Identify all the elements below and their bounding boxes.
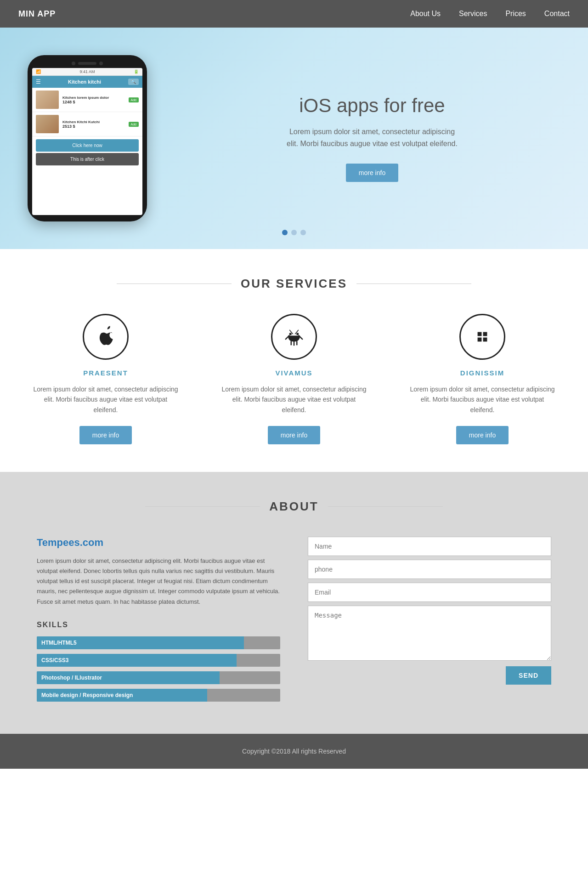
- service-card-2: VIVAMUS Lorem ipsum dolor sit amet, cons…: [220, 314, 368, 444]
- svg-rect-9: [478, 332, 482, 336]
- footer: Copyright ©2018 All rights Reserved: [0, 734, 588, 769]
- service-card-1: PRAESENT Lorem ipsum dolor sit amet, con…: [32, 314, 179, 444]
- hero-dots: [282, 230, 306, 235]
- footer-text: Copyright ©2018 All rights Reserved: [242, 748, 346, 755]
- svg-rect-12: [483, 338, 487, 342]
- navbar: MIN APP About Us Services Prices Contact: [0, 0, 588, 28]
- apple-icon: [83, 314, 129, 360]
- screen-item-title-1: Kitchen lorem ipsum dolor: [62, 96, 125, 100]
- hero-dot-2[interactable]: [291, 230, 297, 235]
- about-title-line-right: [328, 506, 443, 507]
- windows-icon: [459, 314, 505, 360]
- svg-rect-10: [483, 332, 487, 336]
- hero-dot-1[interactable]: [282, 230, 288, 235]
- nav-contact[interactable]: Contact: [544, 10, 570, 18]
- service-name-3: DIGNISSIM: [409, 369, 556, 377]
- about-section: ABOUT Tempees.com Lorem ipsum dolor sit …: [0, 472, 588, 733]
- service-desc-3: Lorem ipsum dolor sit amet, consectetur …: [409, 384, 556, 415]
- hero-section: 📶 9:41 AM 🔋 ☰ Kitchen kitchi 🔍 Kitchen l…: [0, 28, 588, 249]
- about-description: Lorem ipsum dolor sit amet, consectetur …: [37, 556, 280, 607]
- about-right: SEND: [308, 537, 551, 706]
- nav-links: About Us Services Prices Contact: [410, 10, 570, 18]
- form-send-button[interactable]: SEND: [506, 666, 551, 685]
- skill-label-2: CSS/CSS3: [41, 657, 68, 663]
- service-card-3: DIGNISSIM Lorem ipsum dolor sit amet, co…: [409, 314, 556, 444]
- hero-more-info-button[interactable]: more info: [346, 164, 398, 182]
- skill-label-3: Photoshop / ILlustrator: [41, 675, 102, 681]
- about-title-row: ABOUT: [37, 499, 551, 514]
- android-icon: [271, 314, 317, 360]
- hero-text: Lorem ipsum dolor sit amet, consectetur …: [285, 126, 459, 149]
- skill-bar-1: HTML/HTML5: [37, 636, 280, 649]
- nav-about[interactable]: About Us: [410, 10, 441, 18]
- service-more-info-button-3[interactable]: more info: [456, 426, 509, 444]
- screen-header-title: Kitchen kitchi: [68, 79, 101, 85]
- skill-label-4: Mobile design / Responsive design: [41, 692, 133, 698]
- svg-rect-11: [478, 338, 482, 342]
- about-title-line-left: [145, 506, 260, 507]
- skill-label-1: HTML/HTML5: [41, 640, 77, 646]
- nav-logo: MIN APP: [18, 9, 56, 19]
- hero-phone: 📶 9:41 AM 🔋 ☰ Kitchen kitchi 🔍 Kitchen l…: [28, 55, 165, 221]
- skills-title: SKILLS: [37, 621, 280, 629]
- screen-item-title-2: Kitchen Kitchi Kutchi: [62, 120, 125, 124]
- svg-point-1: [296, 333, 299, 335]
- services-title-row: OUR SERVICES: [18, 277, 570, 291]
- svg-point-0: [289, 333, 292, 335]
- service-desc-2: Lorem ipsum dolor sit amet, consectetur …: [220, 384, 368, 415]
- skill-bar-4: Mobile design / Responsive design: [37, 689, 280, 702]
- screen-time: 9:41 AM: [79, 69, 95, 74]
- screen-item-btn-2[interactable]: Add: [129, 122, 139, 127]
- about-company-name: Tempees.com: [37, 537, 280, 549]
- screen-footer-btn1[interactable]: Click here now: [36, 139, 139, 152]
- hero-dot-3[interactable]: [300, 230, 306, 235]
- hero-content: iOS apps for free Lorem ipsum dolor sit …: [165, 95, 551, 181]
- skill-bar-2: CSS/CSS3: [37, 654, 280, 667]
- services-title-line-right: [356, 284, 471, 284]
- form-name-input[interactable]: [308, 537, 551, 556]
- service-name-1: PRAESENT: [32, 369, 179, 377]
- service-desc-1: Lorem ipsum dolor sit amet, consectetur …: [32, 384, 179, 415]
- form-phone-input[interactable]: [308, 560, 551, 579]
- nav-prices[interactable]: Prices: [505, 10, 526, 18]
- screen-item-price-1: 1248 $: [62, 100, 125, 104]
- service-more-info-button-2[interactable]: more info: [268, 426, 320, 444]
- about-title: ABOUT: [269, 499, 318, 514]
- screen-footer-btn2[interactable]: This is after click: [36, 153, 139, 165]
- screen-item-btn-1[interactable]: Add: [129, 97, 139, 102]
- services-grid: PRAESENT Lorem ipsum dolor sit amet, con…: [18, 314, 570, 444]
- form-message-textarea[interactable]: [308, 606, 551, 661]
- nav-services[interactable]: Services: [459, 10, 487, 18]
- hero-title: iOS apps for free: [193, 95, 551, 117]
- services-title-line-left: [117, 284, 232, 284]
- service-name-2: VIVAMUS: [220, 369, 368, 377]
- about-content: Tempees.com Lorem ipsum dolor sit amet, …: [37, 537, 551, 706]
- screen-item-price-2: 2513 $: [62, 124, 125, 129]
- services-section: OUR SERVICES PRAESENT Lorem ipsum dolor …: [0, 249, 588, 472]
- form-send-row: SEND: [308, 666, 551, 685]
- about-left: Tempees.com Lorem ipsum dolor sit amet, …: [37, 537, 280, 706]
- form-email-input[interactable]: [308, 583, 551, 602]
- skill-bar-3: Photoshop / ILlustrator: [37, 671, 280, 684]
- services-title: OUR SERVICES: [241, 277, 347, 291]
- service-more-info-button-1[interactable]: more info: [79, 426, 132, 444]
